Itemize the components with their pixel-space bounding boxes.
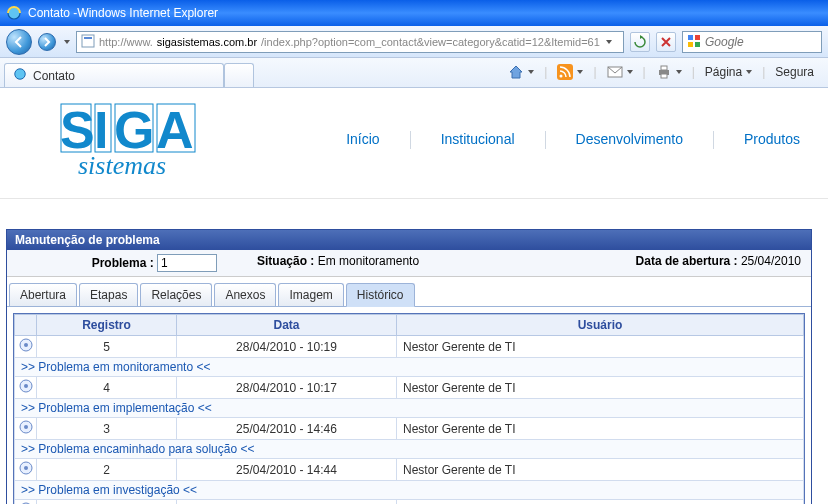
table-row[interactable]: >> Problema em implementação << (15, 399, 804, 418)
status-row-text: >> Problema em investigação << (15, 481, 804, 500)
site-logo: S I G A sistemas (60, 96, 250, 184)
search-box[interactable] (682, 31, 822, 53)
page-menu-label: Página (705, 65, 742, 79)
situacao-value: Em monitoramento (318, 254, 419, 268)
browser-tab[interactable]: Contato (4, 63, 224, 87)
search-input[interactable] (705, 35, 817, 49)
table-row[interactable]: 428/04/2010 - 10:17Nestor Gerente de TI (15, 377, 804, 399)
row-icon-cell[interactable] (15, 418, 37, 440)
svg-rect-5 (688, 42, 693, 47)
url-dropdown-icon[interactable] (606, 40, 612, 44)
nav-history-dropdown[interactable] (64, 40, 70, 44)
rss-icon (557, 64, 573, 80)
safety-menu[interactable]: Segura (775, 65, 814, 79)
mail-icon (607, 64, 623, 80)
nav-divider (410, 131, 411, 149)
table-row[interactable]: 225/04/2010 - 14:44Nestor Gerente de TI (15, 459, 804, 481)
tab-favicon-icon (13, 67, 27, 84)
svg-rect-1 (82, 35, 94, 47)
problema-label: Problema : (92, 256, 154, 270)
ie-logo-icon (6, 5, 22, 21)
page-favicon-icon (81, 34, 95, 50)
svg-text:sistemas: sistemas (78, 151, 166, 180)
home-button[interactable] (508, 64, 534, 80)
cell-data: 25/04/2010 - 14:46 (177, 418, 397, 440)
cell-registro: 3 (37, 418, 177, 440)
page-menu[interactable]: Página (705, 65, 752, 79)
address-bar[interactable]: http://www.sigasistemas.com.br/index.php… (76, 31, 624, 53)
stop-button[interactable] (656, 32, 676, 52)
svg-point-7 (15, 69, 26, 80)
table-row[interactable]: 125/04/2010 - 14:35Nestor Gerente de TI (15, 500, 804, 505)
table-row[interactable]: >> Problema em monitoramento << (15, 358, 804, 377)
svg-rect-8 (557, 64, 573, 80)
abertura-value: 25/04/2010 (741, 254, 801, 268)
new-tab-button[interactable] (224, 63, 254, 87)
table-row[interactable]: 325/04/2010 - 14:46Nestor Gerente de TI (15, 418, 804, 440)
cell-registro: 2 (37, 459, 177, 481)
window-titlebar: Contato -Windows Internet Explorer (0, 0, 828, 26)
tab-abertura[interactable]: Abertura (9, 283, 77, 306)
problema-input[interactable] (157, 254, 217, 272)
cell-usuario: Nestor Gerente de TI (397, 500, 804, 505)
table-row[interactable]: >> Problema em investigação << (15, 481, 804, 500)
svg-point-28 (24, 425, 28, 429)
svg-rect-2 (84, 37, 92, 39)
tab-anexos[interactable]: Anexos (214, 283, 276, 306)
record-icon (18, 378, 34, 394)
browser-tabstrip: Contato | | | | Página | Segura (0, 58, 828, 88)
cell-usuario: Nestor Gerente de TI (397, 459, 804, 481)
site-header: S I G A sistemas Início Institucional De… (60, 90, 818, 198)
record-icon (18, 419, 34, 435)
status-row-text: >> Problema encaminhado para solução << (15, 440, 804, 459)
cell-registro: 4 (37, 377, 177, 399)
tab-etapas[interactable]: Etapas (79, 283, 138, 306)
refresh-button[interactable] (630, 32, 650, 52)
nav-institucional[interactable]: Institucional (441, 131, 515, 149)
tab-imagem[interactable]: Imagem (278, 283, 343, 306)
table-row[interactable]: 528/04/2010 - 10:19Nestor Gerente de TI (15, 336, 804, 358)
nav-inicio[interactable]: Início (346, 131, 379, 149)
app-tabs: Abertura Etapas Relações Anexos Imagem H… (7, 277, 811, 307)
row-icon-cell[interactable] (15, 459, 37, 481)
nav-desenvolvimento[interactable]: Desenvolvimento (576, 131, 683, 149)
tab-historico[interactable]: Histórico (346, 283, 415, 307)
window-title: Contato -Windows Internet Explorer (28, 6, 218, 20)
main-nav: Início Institucional Desenvolvimento Pro… (346, 131, 800, 149)
cell-usuario: Nestor Gerente de TI (397, 336, 804, 358)
tab-relacoes[interactable]: Relações (140, 283, 212, 306)
situacao-label: Situação : (257, 254, 314, 268)
svg-rect-12 (661, 66, 667, 70)
url-host: sigasistemas.com.br (157, 36, 257, 48)
svg-point-26 (24, 384, 28, 388)
nav-produtos[interactable]: Produtos (744, 131, 800, 149)
nav-divider (713, 131, 714, 149)
row-icon-cell[interactable] (15, 377, 37, 399)
home-icon (508, 64, 524, 80)
back-button[interactable] (6, 29, 32, 55)
table-row[interactable]: >> Problema encaminhado para solução << (15, 440, 804, 459)
cell-data: 28/04/2010 - 10:19 (177, 336, 397, 358)
col-usuario: Usuário (397, 315, 804, 336)
readmail-button[interactable] (607, 64, 633, 80)
command-bar: | | | | Página | Segura (498, 57, 824, 87)
cell-registro: 5 (37, 336, 177, 358)
print-button[interactable] (656, 64, 682, 80)
svg-point-30 (24, 466, 28, 470)
cell-data: 25/04/2010 - 14:35 (177, 500, 397, 505)
cell-data: 25/04/2010 - 14:44 (177, 459, 397, 481)
record-icon (18, 337, 34, 353)
svg-rect-4 (695, 35, 700, 40)
info-bar: Problema : Situação : Em monitoramento D… (7, 250, 811, 277)
printer-icon (656, 64, 672, 80)
forward-button[interactable] (38, 33, 56, 51)
row-icon-cell[interactable] (15, 500, 37, 505)
svg-rect-6 (695, 42, 700, 47)
svg-rect-13 (661, 74, 667, 78)
status-row-text: >> Problema em implementação << (15, 399, 804, 418)
feeds-button[interactable] (557, 64, 583, 80)
cell-data: 28/04/2010 - 10:17 (177, 377, 397, 399)
history-grid: Registro Data Usuário 528/04/2010 - 10:1… (13, 313, 805, 504)
cell-registro: 1 (37, 500, 177, 505)
row-icon-cell[interactable] (15, 336, 37, 358)
